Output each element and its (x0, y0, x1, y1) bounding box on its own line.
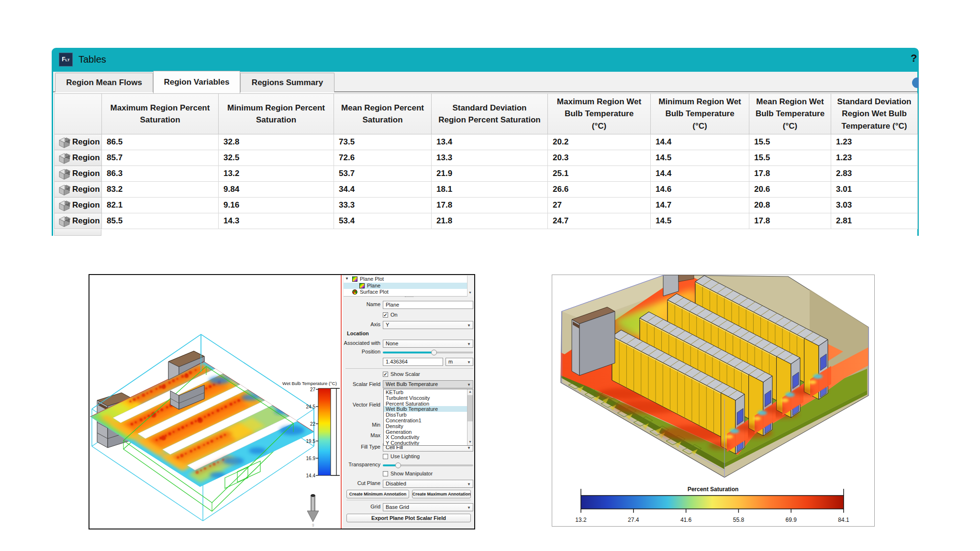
svg-text:69.9: 69.9 (786, 517, 797, 523)
svg-text:41.6: 41.6 (680, 517, 692, 523)
svg-text:27.4: 27.4 (628, 517, 639, 523)
svg-text:16.9: 16.9 (306, 456, 316, 461)
svg-text:84.1: 84.1 (838, 517, 849, 523)
svg-text:22: 22 (310, 421, 316, 427)
svg-text:14.4: 14.4 (306, 473, 316, 478)
svg-text:Percent Saturation: Percent Saturation (688, 486, 739, 493)
svg-text:55.8: 55.8 (733, 517, 745, 523)
svg-text:g: g (312, 522, 314, 527)
svg-text:13.2: 13.2 (575, 517, 587, 523)
svg-text:27: 27 (310, 387, 316, 392)
svg-text:24.5: 24.5 (306, 404, 316, 409)
svg-text:Wet Bulb Temperature (°C): Wet Bulb Temperature (°C) (282, 381, 337, 386)
svg-text:19.5: 19.5 (306, 439, 316, 444)
